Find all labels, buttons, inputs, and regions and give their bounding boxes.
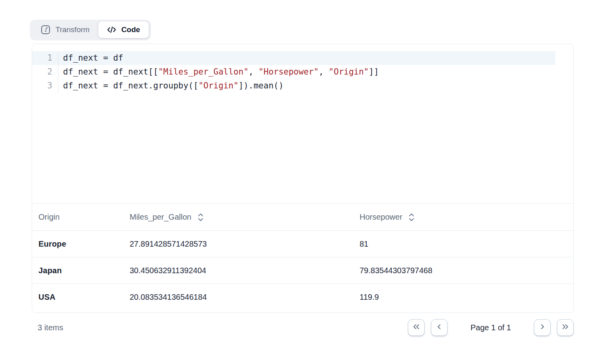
value-cell: 119.9: [353, 284, 573, 310]
svg-text:f: f: [44, 26, 48, 33]
column-label: Horsepower: [360, 213, 402, 222]
previous-page-button[interactable]: [431, 319, 448, 336]
table-header-row: OriginMiles_per_GallonHorsepower: [32, 204, 573, 231]
last-page-icon: [561, 322, 570, 333]
previous-page-icon: [434, 322, 444, 333]
row-index-cell: Europe: [32, 231, 123, 257]
code-line[interactable]: 2df_next = df_next[["Miles_per_Gallon", …: [32, 65, 555, 79]
code-and-result-card: 1df_next = df2df_next = df_next[["Miles_…: [32, 44, 574, 313]
value-cell: 81: [353, 231, 573, 257]
row-index-cell: USA: [32, 284, 123, 310]
page-indicator: Page 1 of 1: [471, 323, 511, 332]
table-row: Europe27.89142857142857381: [32, 231, 573, 257]
column-header-miles_per_gallon[interactable]: Miles_per_Gallon: [123, 204, 353, 231]
items-count: 3 items: [32, 323, 63, 332]
column-header-horsepower[interactable]: Horsepower: [353, 204, 573, 231]
tab-transform-label: Transform: [56, 25, 90, 34]
line-number: 3: [32, 79, 58, 93]
code-line[interactable]: 1df_next = df: [32, 51, 555, 65]
next-page-icon: [538, 322, 547, 333]
table-row: Japan30.45063291139240479.83544303797468: [32, 257, 573, 284]
pagination: Page 1 of 1: [408, 319, 574, 336]
code-line[interactable]: 3df_next = df_next.groupby(["Origin"]).m…: [32, 79, 555, 93]
value-cell: 27.891428571428573: [123, 231, 353, 257]
value-cell: 30.450632911392404: [123, 257, 353, 284]
tab-transform[interactable]: f Transform: [32, 21, 98, 38]
column-label: Origin: [38, 213, 59, 222]
table-footer: 3 items Page 1 of 1: [32, 318, 574, 337]
row-index-cell: Japan: [32, 257, 123, 284]
view-mode-tabs: f Transform Code: [30, 20, 151, 40]
result-table: OriginMiles_per_GallonHorsepower Europe2…: [32, 203, 573, 310]
table-row: USA20.083534136546184119.9: [32, 284, 573, 310]
code-text: df_next = df: [58, 51, 123, 65]
first-page-button[interactable]: [408, 319, 425, 336]
code-lines: 1df_next = df2df_next = df_next[["Miles_…: [32, 51, 573, 93]
code-editor[interactable]: 1df_next = df2df_next = df_next[["Miles_…: [32, 44, 573, 203]
sort-icon[interactable]: [408, 212, 415, 222]
line-number: 1: [32, 51, 58, 65]
next-page-button[interactable]: [534, 319, 551, 336]
sort-icon[interactable]: [197, 212, 204, 222]
line-number: 2: [32, 65, 58, 79]
last-page-button[interactable]: [557, 319, 574, 336]
code-icon: [107, 25, 116, 34]
column-header-origin: Origin: [32, 204, 123, 231]
first-page-icon: [412, 322, 421, 333]
tab-code-label: Code: [121, 25, 140, 34]
code-text: df_next = df_next[["Miles_per_Gallon", "…: [58, 65, 379, 79]
column-label: Miles_per_Gallon: [130, 213, 191, 222]
value-cell: 20.083534136546184: [123, 284, 353, 310]
code-text: df_next = df_next.groupby(["Origin"]).me…: [58, 79, 283, 93]
value-cell: 79.83544303797468: [353, 257, 573, 284]
function-icon: f: [41, 25, 50, 34]
tab-code[interactable]: Code: [98, 21, 149, 38]
